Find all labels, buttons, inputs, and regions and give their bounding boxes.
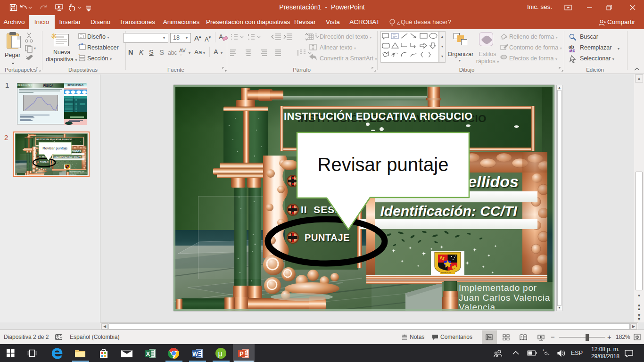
svg-text:X: X: [146, 350, 150, 357]
svg-text:W: W: [192, 351, 198, 357]
svg-text:*: *: [543, 349, 545, 353]
svg-text:μ: μ: [218, 350, 223, 358]
svg-text:P: P: [239, 350, 244, 357]
svg-text:ac: ac: [570, 48, 576, 53]
svg-text:RIOSUCIO: RIOSUCIO: [441, 272, 451, 274]
